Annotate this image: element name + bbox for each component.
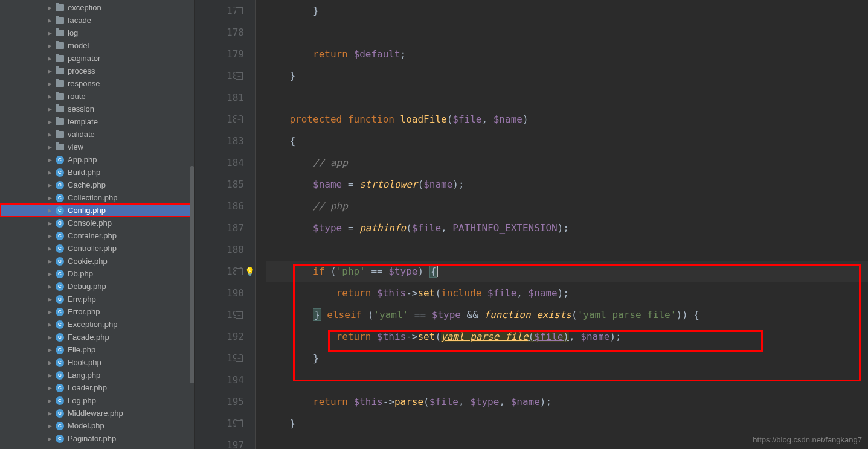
php-file-icon: C — [56, 396, 64, 405]
tree-item-app-php[interactable]: ▶CApp.php — [0, 153, 194, 166]
tree-item-loader-php[interactable]: ▶CLoader.php — [0, 381, 194, 394]
expand-arrow-icon[interactable]: ▶ — [46, 106, 53, 112]
fold-toggle-icon[interactable]: − — [236, 311, 243, 319]
tree-item-cookie-php[interactable]: ▶CCookie.php — [0, 255, 194, 267]
expand-arrow-icon[interactable]: ▶ — [46, 157, 53, 163]
fold-toggle-icon[interactable]: − — [236, 268, 243, 275]
tree-item-collection-php[interactable]: ▶CCollection.php — [0, 191, 194, 204]
sidebar-scrollbar[interactable] — [190, 166, 194, 383]
folder-icon — [56, 106, 64, 112]
tree-item-view[interactable]: ▶view — [0, 141, 194, 153]
expand-arrow-icon[interactable]: ▶ — [46, 119, 53, 125]
expand-arrow-icon[interactable]: ▶ — [46, 56, 53, 62]
tree-item-route[interactable]: ▶route — [0, 90, 194, 103]
tree-item-facade[interactable]: ▶facade — [0, 14, 194, 27]
tree-item-debug-php[interactable]: ▶CDebug.php — [0, 280, 194, 293]
php-file-icon: C — [56, 257, 64, 266]
tree-item-controller-php[interactable]: ▶CController.php — [0, 242, 194, 255]
expand-arrow-icon[interactable]: ▶ — [46, 309, 53, 315]
expand-arrow-icon[interactable]: ▶ — [46, 271, 53, 277]
intention-bulb-icon[interactable]: 💡 — [245, 261, 255, 282]
tree-item-container-php[interactable]: ▶CContainer.php — [0, 229, 194, 242]
expand-arrow-icon[interactable]: ▶ — [46, 334, 53, 340]
expand-arrow-icon[interactable]: ▶ — [46, 347, 53, 353]
expand-arrow-icon[interactable]: ▶ — [46, 372, 53, 378]
tree-item-exception[interactable]: ▶exception — [0, 1, 194, 14]
fold-toggle-icon[interactable]: − — [236, 420, 243, 427]
expand-arrow-icon[interactable]: ▶ — [46, 170, 53, 176]
expand-arrow-icon[interactable]: ▶ — [46, 208, 53, 214]
expand-arrow-icon[interactable]: ▶ — [46, 182, 53, 188]
tree-item-paginator-php[interactable]: ▶CPaginator.php — [0, 432, 194, 445]
expand-arrow-icon[interactable]: ▶ — [46, 410, 53, 416]
line-number: 186 — [195, 196, 244, 217]
tree-item-validate[interactable]: ▶validate — [0, 128, 194, 141]
expand-arrow-icon[interactable]: ▶ — [46, 220, 53, 226]
tree-item-process[interactable]: ▶process — [0, 65, 194, 77]
tree-item-model-php[interactable]: ▶CModel.php — [0, 419, 194, 432]
tree-item-console-php[interactable]: ▶CConsole.php — [0, 217, 194, 229]
expand-arrow-icon[interactable]: ▶ — [46, 233, 53, 239]
tree-item-config-php[interactable]: ▶CConfig.php — [0, 204, 194, 217]
expand-arrow-icon[interactable]: ▶ — [46, 398, 53, 404]
tree-item-paginator[interactable]: ▶paginator — [0, 52, 194, 65]
expand-arrow-icon[interactable]: ▶ — [46, 43, 53, 49]
tree-item-hook-php[interactable]: ▶CHook.php — [0, 356, 194, 369]
line-number: 181 — [195, 87, 244, 109]
tree-item-log[interactable]: ▶log — [0, 27, 194, 39]
php-file-icon: C — [56, 409, 64, 418]
expand-arrow-icon[interactable]: ▶ — [46, 81, 53, 87]
expand-arrow-icon[interactable]: ▶ — [46, 284, 53, 290]
fold-toggle-icon[interactable]: − — [236, 72, 243, 80]
code-editor[interactable]: 177−178179180−181182−1831841851861871881… — [195, 0, 868, 449]
php-file-icon: C — [56, 422, 64, 430]
tree-item-log-php[interactable]: ▶CLog.php — [0, 394, 194, 407]
expand-arrow-icon[interactable]: ▶ — [46, 68, 53, 74]
php-file-icon: C — [56, 270, 64, 278]
tree-item-model[interactable]: ▶model — [0, 39, 194, 52]
tree-item-build-php[interactable]: ▶CBuild.php — [0, 166, 194, 179]
php-file-icon: C — [56, 320, 64, 329]
expand-arrow-icon[interactable]: ▶ — [46, 322, 53, 328]
expand-arrow-icon[interactable]: ▶ — [46, 246, 53, 252]
tree-item-exception-php[interactable]: ▶CException.php — [0, 318, 194, 331]
tree-item-error-php[interactable]: ▶CError.php — [0, 305, 194, 318]
tree-item-template[interactable]: ▶template — [0, 115, 194, 128]
expand-arrow-icon[interactable]: ▶ — [46, 144, 53, 150]
tree-item-lang-php[interactable]: ▶CLang.php — [0, 369, 194, 381]
tree-item-facade-php[interactable]: ▶CFacade.php — [0, 331, 194, 343]
fold-toggle-icon[interactable]: − — [236, 116, 243, 123]
folder-icon — [56, 118, 64, 125]
tree-item-env-php[interactable]: ▶CEnv.php — [0, 293, 194, 305]
line-number: 184 — [195, 152, 244, 174]
expand-arrow-icon[interactable]: ▶ — [46, 94, 53, 100]
expand-arrow-icon[interactable]: ▶ — [46, 195, 53, 201]
tree-item-response[interactable]: ▶response — [0, 77, 194, 90]
expand-arrow-icon[interactable]: ▶ — [46, 436, 53, 442]
folder-icon — [56, 4, 64, 11]
expand-arrow-icon[interactable]: ▶ — [46, 258, 53, 264]
expand-arrow-icon[interactable]: ▶ — [46, 296, 53, 302]
tree-item-label: Env.php — [68, 295, 96, 304]
tree-item-label: exception — [68, 3, 101, 12]
tree-item-file-php[interactable]: ▶CFile.php — [0, 343, 194, 356]
tree-item-session[interactable]: ▶session — [0, 103, 194, 115]
expand-arrow-icon[interactable]: ▶ — [46, 132, 53, 138]
expand-arrow-icon[interactable]: ▶ — [46, 30, 53, 36]
tree-item-label: response — [68, 79, 100, 88]
expand-arrow-icon[interactable]: ▶ — [46, 18, 53, 24]
expand-arrow-icon[interactable]: ▶ — [46, 385, 53, 391]
tree-item-label: File.php — [68, 345, 95, 354]
code-area[interactable]: } return $default; } protected function … — [256, 0, 868, 449]
expand-arrow-icon[interactable]: ▶ — [46, 5, 53, 11]
expand-arrow-icon[interactable]: ▶ — [46, 423, 53, 429]
expand-arrow-icon[interactable]: ▶ — [46, 360, 53, 366]
tree-item-middleware-php[interactable]: ▶CMiddleware.php — [0, 407, 194, 419]
php-file-icon: C — [56, 194, 64, 202]
fold-toggle-icon[interactable]: − — [236, 7, 243, 14]
tree-item-cache-php[interactable]: ▶CCache.php — [0, 179, 194, 191]
fold-toggle-icon[interactable]: − — [236, 355, 243, 362]
file-tree-sidebar[interactable]: ▶exception▶facade▶log▶model▶paginator▶pr… — [0, 0, 195, 449]
tree-item-db-php[interactable]: ▶CDb.php — [0, 267, 194, 280]
tree-item-label: Paginator.php — [68, 434, 116, 443]
